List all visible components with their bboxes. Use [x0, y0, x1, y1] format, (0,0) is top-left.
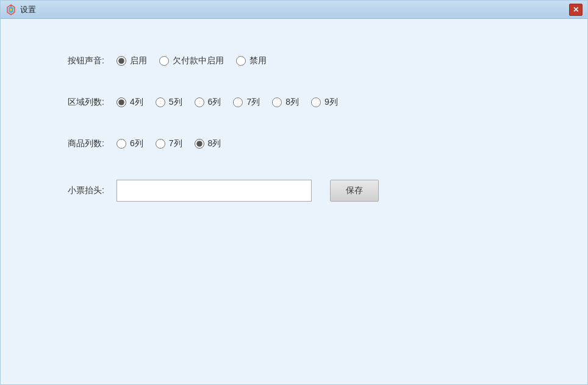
- area-col-5-radio[interactable]: [156, 97, 165, 107]
- button-sound-controls: 启用 欠付款中启用 禁用: [117, 55, 267, 66]
- product-col-7-label: 7列: [169, 138, 182, 149]
- product-col-8-radio[interactable]: [195, 139, 204, 149]
- receipt-header-row: 小票抬头: 保存: [49, 180, 539, 202]
- area-col-7-radio[interactable]: [233, 97, 243, 107]
- area-col-5-label: 5列: [169, 97, 182, 108]
- area-col-8-label: 8列: [285, 97, 299, 108]
- title-bar-left: 设置: [5, 4, 36, 15]
- area-col-9-radio[interactable]: [311, 97, 321, 107]
- area-col-8-option[interactable]: 8列: [272, 97, 299, 108]
- button-sound-disable-label: 禁用: [249, 55, 267, 66]
- area-col-9-label: 9列: [324, 97, 338, 108]
- title-text: 设置: [20, 4, 36, 15]
- area-col-4-label: 4列: [130, 97, 143, 108]
- form-content: 按钮声音: 启用 欠付款中启用 禁用 区域列数:: [1, 19, 587, 384]
- receipt-header-input[interactable]: [117, 180, 312, 202]
- button-sound-label: 按钮声音:: [49, 55, 104, 66]
- area-columns-label: 区域列数:: [49, 97, 104, 108]
- area-col-9-option[interactable]: 9列: [311, 97, 338, 108]
- area-col-7-option[interactable]: 7列: [233, 97, 260, 108]
- area-col-8-radio[interactable]: [272, 97, 282, 107]
- area-col-4-radio[interactable]: [117, 97, 126, 107]
- area-col-4-option[interactable]: 4列: [117, 97, 143, 108]
- title-bar: 设置 ✕: [1, 1, 587, 19]
- button-sound-enable-option[interactable]: 启用: [117, 55, 147, 66]
- area-columns-controls: 4列 5列 6列 7列 8列: [117, 97, 338, 108]
- button-sound-enable-radio[interactable]: [117, 56, 126, 66]
- product-columns-row: 商品列数: 6列 7列 8列: [49, 138, 539, 149]
- product-col-7-radio[interactable]: [156, 139, 165, 149]
- product-col-6-radio[interactable]: [117, 139, 126, 149]
- receipt-header-controls: 保存: [117, 180, 379, 202]
- area-columns-row: 区域列数: 4列 5列 6列 7列: [49, 97, 539, 108]
- button-sound-credit-radio[interactable]: [159, 56, 169, 66]
- settings-window: 设置 ✕ 按钮声音: 启用 欠付款中启用 禁用: [0, 0, 588, 385]
- area-col-6-option[interactable]: 6列: [195, 97, 221, 108]
- button-sound-credit-option[interactable]: 欠付款中启用: [159, 55, 224, 66]
- area-col-6-radio[interactable]: [195, 97, 204, 107]
- product-col-6-option[interactable]: 6列: [117, 138, 143, 149]
- button-sound-disable-radio[interactable]: [236, 56, 246, 66]
- product-columns-controls: 6列 7列 8列: [117, 138, 221, 149]
- button-sound-credit-label: 欠付款中启用: [173, 55, 224, 66]
- product-columns-label: 商品列数:: [49, 138, 104, 149]
- button-sound-row: 按钮声音: 启用 欠付款中启用 禁用: [49, 55, 539, 66]
- app-icon: [5, 4, 16, 15]
- product-col-7-option[interactable]: 7列: [156, 138, 182, 149]
- product-col-8-label: 8列: [208, 138, 221, 149]
- product-col-8-option[interactable]: 8列: [195, 138, 221, 149]
- receipt-header-label: 小票抬头:: [49, 185, 104, 196]
- svg-marker-4: [13, 7, 15, 9]
- area-col-5-option[interactable]: 5列: [156, 97, 182, 108]
- svg-point-2: [10, 9, 12, 11]
- button-sound-disable-option[interactable]: 禁用: [236, 55, 267, 66]
- save-button[interactable]: 保存: [330, 180, 379, 202]
- area-col-7-label: 7列: [246, 97, 260, 108]
- close-button[interactable]: ✕: [569, 4, 583, 16]
- product-col-6-label: 6列: [130, 138, 143, 149]
- button-sound-enable-label: 启用: [130, 55, 147, 66]
- area-col-6-label: 6列: [208, 97, 221, 108]
